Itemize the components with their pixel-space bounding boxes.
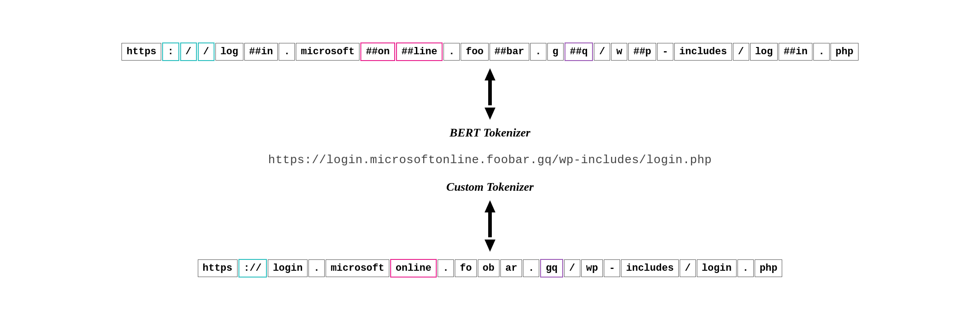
token-_: . (308, 259, 325, 277)
token-__in: ##in (244, 43, 278, 61)
token-ob: ob (478, 259, 499, 277)
token-log: log (215, 43, 243, 61)
token-online: online (390, 259, 437, 278)
token-https: https (121, 43, 161, 61)
token-__line: ##line (396, 42, 443, 61)
token-_: . (737, 259, 754, 277)
bert-tokenizer-label: BERT Tokenizer (450, 126, 531, 140)
token-https: https (198, 259, 238, 277)
token-__p: ##p (628, 43, 656, 61)
token-php: php (755, 259, 783, 277)
svg-rect-3 (488, 83, 492, 105)
token-_: . (443, 43, 460, 61)
token-___: :// (238, 259, 267, 278)
url-text: https://login.microsoftonline.foobar.gq/… (268, 153, 712, 167)
token-includes: includes (674, 43, 732, 61)
token-_: . (279, 43, 295, 61)
svg-marker-6 (485, 240, 495, 252)
token-ar: ar (500, 259, 522, 277)
token-login: login (697, 259, 737, 277)
token-_: / (198, 42, 215, 61)
main-diagram: https://log##in.microsoft##on##line.foo#… (0, 42, 980, 278)
token-_: - (657, 43, 673, 61)
custom-token-row: https://login.microsoftonline.foobar.gq/… (198, 259, 783, 278)
token-_: . (813, 43, 830, 61)
token-microsoft: microsoft (296, 43, 359, 61)
token-_: - (604, 259, 620, 277)
token-_: / (180, 42, 197, 61)
token-w: w (611, 43, 627, 61)
token-__bar: ##bar (490, 43, 529, 61)
token-gq: gq (540, 259, 563, 278)
token-__q: ##q (565, 42, 593, 61)
token-_: / (594, 43, 610, 61)
custom-tokenizer-label: Custom Tokenizer (446, 180, 533, 194)
token-_: / (733, 43, 749, 61)
bert-arrow-section: BERT Tokenizer (450, 65, 531, 142)
token-php: php (831, 43, 859, 61)
svg-marker-0 (485, 68, 495, 80)
bert-token-row: https://log##in.microsoft##on##line.foo#… (121, 42, 858, 61)
token-_: / (680, 259, 696, 277)
token-login: login (268, 259, 308, 277)
token-foo: foo (461, 43, 489, 61)
svg-marker-2 (485, 108, 495, 120)
token-g: g (547, 43, 564, 61)
custom-arrow-section: Custom Tokenizer (446, 178, 533, 255)
svg-rect-5 (488, 212, 492, 237)
token-log: log (750, 43, 778, 61)
token-_: . (530, 43, 546, 61)
token-wp: wp (581, 259, 603, 277)
token-fo: fo (455, 259, 476, 277)
token-includes: includes (621, 259, 679, 277)
token-_: . (438, 259, 454, 277)
token-__in: ##in (779, 43, 812, 61)
token-microsoft: microsoft (326, 259, 389, 277)
token-_: . (523, 259, 539, 277)
token-__on: ##on (360, 42, 395, 61)
token-_: / (564, 259, 580, 277)
svg-marker-4 (485, 200, 495, 212)
token-_: : (162, 42, 179, 61)
